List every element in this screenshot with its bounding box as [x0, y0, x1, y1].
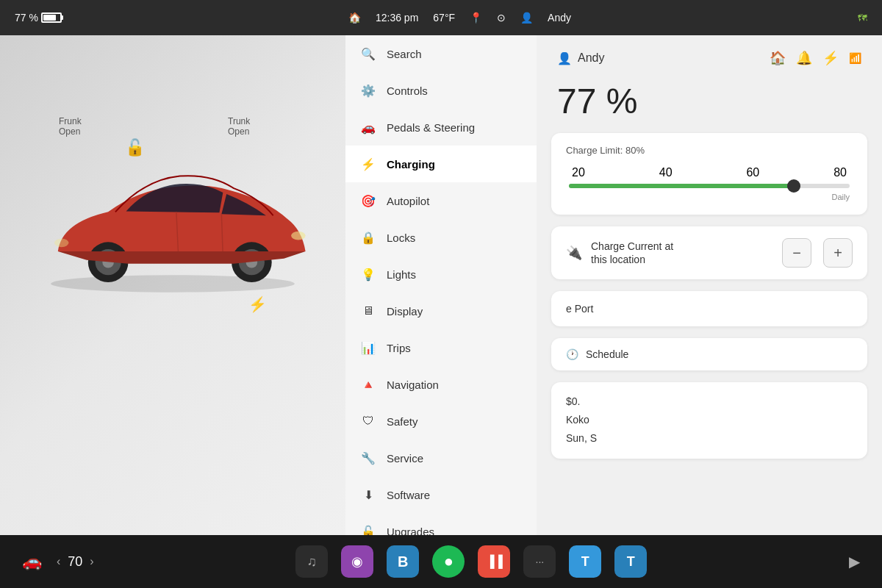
speed-display: ‹ 70 › — [57, 554, 94, 570]
navigation-icon: 🔺 — [360, 376, 376, 392]
taskbar-center: ♫ ◉ B ● ▐▐ ··· T T — [295, 545, 647, 578]
status-temp: 67°F — [433, 12, 455, 24]
increase-button[interactable]: + — [823, 238, 853, 268]
battery-percent-label: 77 % — [15, 12, 38, 24]
search-label: Search — [387, 48, 422, 60]
menu-item-pedals[interactable]: 🚗Pedals & Steering — [345, 109, 537, 146]
upgrades-label: Upgrades — [387, 526, 434, 536]
menu-item-charging[interactable]: ⚡Charging — [345, 146, 537, 182]
lights-label: Lights — [387, 268, 416, 281]
status-time: 12:36 pm — [376, 12, 418, 24]
music-app[interactable]: ♫ — [295, 545, 328, 578]
podcast-app[interactable]: ▐▐ — [478, 545, 510, 578]
menu-item-navigation[interactable]: 🔺Navigation — [345, 366, 537, 403]
bluetooth-icon[interactable]: ⚡ — [822, 50, 839, 66]
charging-bolt-icon: ⚡ — [248, 295, 267, 313]
detail-icons: 🏠 🔔 ⚡ 📶 — [770, 50, 861, 66]
battery-percentage: 77 % — [537, 74, 882, 133]
charge-limit-card: Charge Limit: 80% 20 40 60 80 Daily — [551, 133, 867, 215]
display-icon: 🖥 — [360, 303, 376, 319]
slider-thumb[interactable] — [787, 179, 800, 193]
more-apps[interactable]: ··· — [523, 545, 556, 578]
chevron-right-icon[interactable]: › — [90, 555, 93, 568]
menu-item-lights[interactable]: 💡Lights — [345, 256, 537, 293]
menu-item-controls[interactable]: ⚙️Controls — [345, 72, 537, 109]
mark-40: 40 — [659, 166, 673, 179]
detail-user: 👤 Andy — [557, 51, 604, 65]
plug-icon: 🔌 — [566, 245, 582, 261]
status-bar-right: 🗺 — [858, 12, 867, 24]
spotify-app[interactable]: ● — [432, 545, 465, 578]
schedule-label: Schedule — [586, 348, 628, 360]
slider-track[interactable] — [569, 184, 850, 188]
frunk-label: Frunk Open — [59, 116, 82, 137]
mark-60: 60 — [746, 166, 759, 179]
chevron-left-icon[interactable]: ‹ — [57, 555, 60, 568]
status-icon-home: 🏠 — [348, 12, 361, 24]
charge-port-card: e Port — [551, 291, 867, 326]
decrease-button[interactable]: − — [782, 238, 811, 268]
bluetooth-app[interactable]: B — [387, 545, 419, 578]
cost-row-3: Sun, S — [566, 429, 853, 448]
t-app-1[interactable]: T — [569, 545, 601, 578]
pedals-label: Pedals & Steering — [387, 121, 475, 134]
menu-item-autopilot[interactable]: 🎯Autopilot — [345, 182, 537, 219]
trips-icon: 📊 — [360, 340, 376, 356]
upgrades-icon: 🔓 — [360, 523, 376, 535]
navigation-label: Navigation — [387, 379, 439, 391]
status-user-icon: 👤 — [520, 12, 533, 24]
detail-panel: 👤 Andy 🏠 🔔 ⚡ 📶 77 % Charge Limit: 80% 20 — [537, 35, 882, 535]
locks-label: Locks — [387, 232, 415, 244]
home-icon[interactable]: 🏠 — [770, 50, 786, 66]
menu-item-software[interactable]: ⬇Software — [345, 476, 537, 513]
menu-panel: 🔍Search⚙️Controls🚗Pedals & Steering⚡Char… — [345, 35, 537, 535]
screen: 77 % 🏠 12:36 pm 67°F 📍 ⊙ 👤 Andy 🗺 Frunk — [0, 0, 882, 588]
svg-point-10 — [54, 238, 69, 247]
bell-icon[interactable]: 🔔 — [796, 50, 812, 66]
lights-icon: 💡 — [360, 266, 376, 282]
mark-80: 80 — [833, 166, 847, 179]
battery-bar — [41, 12, 62, 23]
schedule-row[interactable]: 🕐 Schedule — [551, 338, 867, 370]
menu-item-trips[interactable]: 📊Trips — [345, 329, 537, 366]
main-content: Frunk Open Trunk Open 🔓 — [0, 35, 882, 535]
t-app-2[interactable]: T — [614, 545, 647, 578]
controls-icon: ⚙️ — [360, 82, 376, 98]
charge-limit-label: Charge Limit: 80% — [566, 145, 853, 156]
menu-item-upgrades[interactable]: 🔓Upgrades — [345, 513, 537, 535]
menu-item-search[interactable]: 🔍Search — [345, 35, 537, 72]
charge-current-left: 🔌 Charge Current atthis location — [566, 240, 673, 266]
taskbar-right: ▶ — [849, 553, 860, 570]
status-username: Andy — [548, 12, 571, 24]
trips-label: Trips — [387, 342, 411, 354]
battery-fill — [43, 15, 56, 21]
menu-item-display[interactable]: 🖥Display — [345, 293, 537, 329]
car-panel-inner: Frunk Open Trunk Open 🔓 — [0, 35, 345, 535]
menu-item-locks[interactable]: 🔒Locks — [345, 219, 537, 256]
signal-icon[interactable]: 📶 — [849, 52, 861, 64]
locks-icon: 🔒 — [360, 229, 376, 245]
menu-item-safety[interactable]: 🛡Safety — [345, 403, 537, 440]
safety-icon: 🛡 — [360, 413, 376, 429]
software-label: Software — [387, 489, 430, 501]
charge-slider-container[interactable]: 20 40 60 80 Daily — [569, 166, 850, 201]
user-icon: 👤 — [557, 51, 572, 65]
autopilot-icon: 🎯 — [360, 193, 376, 209]
status-bar: 77 % 🏠 12:36 pm 67°F 📍 ⊙ 👤 Andy 🗺 — [0, 0, 882, 35]
search-icon: 🔍 — [360, 46, 376, 62]
safety-label: Safety — [387, 415, 418, 428]
charge-port-label: e Port — [566, 303, 593, 315]
camera-app[interactable]: ◉ — [341, 545, 373, 578]
controls-label: Controls — [387, 85, 428, 97]
detail-header: 👤 Andy 🏠 🔔 ⚡ 📶 — [537, 35, 882, 74]
charge-controls[interactable]: − + — [782, 238, 853, 268]
service-label: Service — [387, 452, 423, 465]
taskbar-right-icon: ▶ — [849, 553, 860, 570]
car-image — [22, 149, 323, 311]
taskbar-left: 🚗 ‹ 70 › — [22, 552, 94, 571]
slider-marks: 20 40 60 80 — [569, 166, 850, 179]
display-label: Display — [387, 305, 423, 318]
charge-current-text: Charge Current atthis location — [591, 240, 673, 266]
menu-item-service[interactable]: 🔧Service — [345, 440, 537, 476]
mark-20: 20 — [572, 166, 585, 179]
